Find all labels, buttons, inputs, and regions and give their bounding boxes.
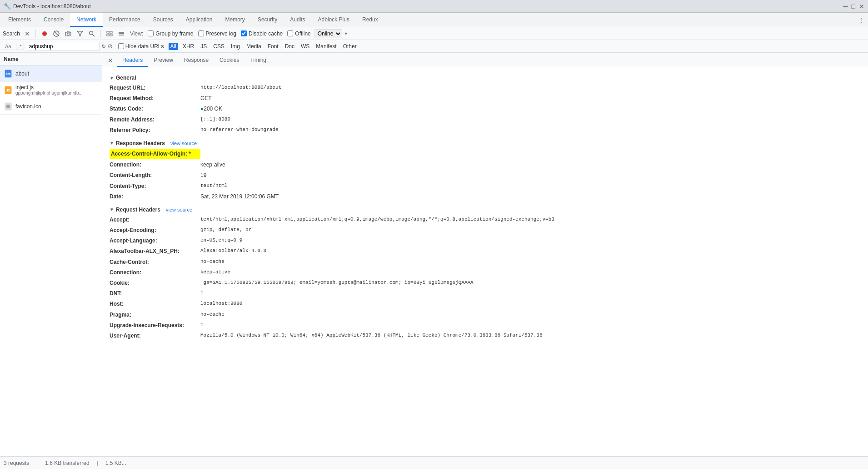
detail-tab-response[interactable]: Response	[179, 54, 214, 67]
accept-encoding-name: Accept-Encoding:	[110, 226, 200, 235]
details-close-button[interactable]: ✕	[104, 54, 117, 67]
disable-cache-label[interactable]: Disable cache	[249, 30, 283, 37]
cache-control-value: no-cache	[200, 258, 224, 267]
tab-audits[interactable]: Audits	[284, 13, 311, 27]
user-agent-name: User-Agent:	[110, 332, 200, 340]
tab-redux[interactable]: Redux	[356, 13, 384, 27]
detail-tab-timing[interactable]: Timing	[244, 54, 272, 67]
tab-adblock[interactable]: Adblock Plus	[312, 13, 356, 27]
group-by-frame-label[interactable]: Group by frame	[155, 30, 193, 37]
filter-tag-all[interactable]: All	[169, 43, 178, 50]
clear-button[interactable]	[51, 29, 61, 39]
detail-tab-preview[interactable]: Preview	[148, 54, 179, 67]
title-text: DevTools - localhost:8080/about	[13, 3, 91, 10]
accept-language-value: en-US,en;q=0.9	[200, 237, 242, 245]
response-headers-section-header[interactable]: ▼ Response Headers view source	[110, 140, 861, 146]
tab-console[interactable]: Console	[37, 13, 70, 27]
window-controls: ─ □ ✕	[843, 3, 864, 10]
hide-data-urls-label[interactable]: Hide data URLs	[125, 43, 164, 50]
regex-button[interactable]: .*	[16, 43, 24, 50]
preserve-log-label[interactable]: Preserve log	[206, 30, 236, 37]
content-type-name: Content-Type:	[110, 182, 200, 191]
content-length-value: 19	[200, 171, 206, 180]
filter-tag-media[interactable]: Media	[244, 43, 263, 50]
date-name: Date:	[110, 192, 200, 201]
file-item-inject-js[interactable]: JS inject.js gppongmhjkpfnbhagpmjfkannfb…	[0, 82, 102, 98]
filter-block-icon[interactable]: ⊘	[108, 43, 113, 50]
status-code-value: 200 OK	[204, 105, 222, 113]
cache-control-row: Cache-Control: no-cache	[110, 257, 861, 267]
tab-bar: Elements Console Network Performance Sou…	[0, 13, 868, 27]
detail-tab-cookies[interactable]: Cookies	[214, 54, 244, 67]
filter-tag-font[interactable]: Font	[266, 43, 280, 50]
offline-checkbox[interactable]	[287, 30, 293, 36]
disable-cache-checkbox[interactable]	[241, 30, 247, 36]
detail-tab-headers[interactable]: Headers	[117, 54, 148, 67]
request-view-source-link[interactable]: view source	[166, 207, 192, 212]
cache-control-name: Cache-Control:	[110, 258, 200, 267]
filter-button[interactable]	[75, 29, 85, 39]
request-method-value: GET	[200, 94, 212, 103]
request-headers-section-title: Request Headers	[116, 207, 160, 213]
filter-refresh-icon[interactable]: ↻	[101, 43, 106, 50]
maximize-button[interactable]: □	[852, 3, 855, 10]
accept-name: Accept:	[110, 216, 200, 224]
group-by-frame-checkbox[interactable]	[148, 30, 154, 36]
request-url-value: http://localhost:8080/about	[200, 84, 281, 92]
general-section-header[interactable]: ▼ General	[110, 75, 861, 81]
filter-tag-other[interactable]: Other	[341, 43, 359, 50]
file-item-about[interactable]: </> about	[0, 66, 102, 82]
filter-input[interactable]	[27, 42, 100, 51]
file-sub-inject-js: gppongmhjkpfnbhagpmjfkannfb...	[15, 91, 83, 96]
search-close-button[interactable]: ✕	[23, 29, 32, 38]
tab-sources[interactable]: Sources	[147, 13, 180, 27]
filter-tag-js[interactable]: JS	[199, 43, 209, 50]
response-headers-triangle-icon: ▼	[110, 141, 114, 146]
details-tabs: ✕ Headers Preview Response Cookies Timin…	[102, 53, 868, 67]
filter-tag-xhr[interactable]: XHR	[181, 43, 196, 50]
file-name-favicon-ico: favicon.ico	[15, 103, 41, 110]
view-grid-button[interactable]	[105, 29, 115, 39]
content-length-row: Content-Length: 19	[110, 170, 861, 181]
user-agent-row: User-Agent: Mozilla/5.0 (Windows NT 10.0…	[110, 331, 861, 341]
disable-cache-group: Disable cache	[241, 30, 283, 37]
upgrade-value: 1	[200, 321, 204, 330]
search-label: Search	[3, 30, 20, 37]
close-button[interactable]: ✕	[859, 3, 864, 10]
svg-rect-9	[107, 34, 109, 36]
content-type-row: Content-Type: text/html	[110, 181, 861, 192]
host-value: localhost:8080	[200, 300, 242, 308]
tab-memory[interactable]: Memory	[219, 13, 251, 27]
tab-performance[interactable]: Performance	[103, 13, 147, 27]
search-button[interactable]	[87, 29, 97, 39]
tab-application[interactable]: Application	[180, 13, 219, 27]
accept-encoding-row: Accept-Encoding: gzip, deflate, br	[110, 225, 861, 236]
toolbar-row1: Search ✕ View: Group by frame Preserve l…	[0, 27, 868, 40]
filter-tag-manifest[interactable]: Manifest	[314, 43, 338, 50]
filter-tag-css[interactable]: CSS	[211, 43, 226, 50]
aa-button[interactable]: Aa	[3, 43, 13, 50]
offline-label[interactable]: Offline	[295, 30, 310, 37]
filter-tag-doc[interactable]: Doc	[283, 43, 296, 50]
file-icon-favicon-ico	[4, 102, 13, 111]
tab-network[interactable]: Network	[70, 13, 103, 27]
minimize-button[interactable]: ─	[843, 3, 848, 10]
dnt-value: 1	[200, 289, 204, 298]
request-headers-section-header[interactable]: ▼ Request Headers view source	[110, 207, 861, 213]
filter-tag-ws[interactable]: WS	[299, 43, 311, 50]
tab-more-button[interactable]: ⋮	[855, 13, 868, 27]
alexa-toolbar-name: AlexaToolbar-ALX_NS_PH:	[110, 247, 200, 256]
view-list-button[interactable]	[116, 29, 126, 39]
file-item-favicon-ico[interactable]: favicon.ico	[0, 98, 102, 115]
tab-security[interactable]: Security	[251, 13, 284, 27]
response-view-source-link[interactable]: view source	[170, 141, 197, 146]
filter-tag-img[interactable]: Img	[229, 43, 242, 50]
chevron-down-icon: ▼	[344, 31, 348, 36]
referrer-policy-name: Referrer Policy:	[110, 126, 200, 135]
preserve-log-checkbox[interactable]	[198, 30, 204, 36]
tab-elements[interactable]: Elements	[2, 13, 37, 27]
camera-button[interactable]	[63, 29, 73, 39]
record-button[interactable]	[40, 29, 50, 39]
online-select[interactable]: Online	[314, 29, 342, 38]
hide-data-urls-checkbox[interactable]	[118, 43, 124, 49]
